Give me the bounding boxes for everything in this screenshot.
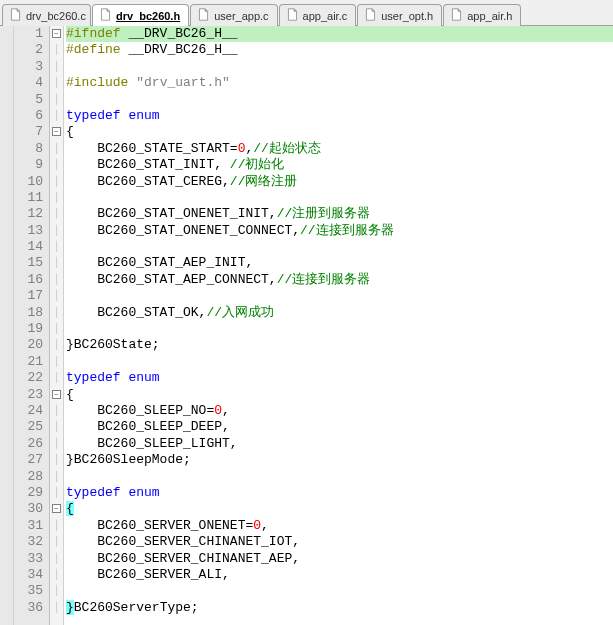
code-line[interactable] — [66, 190, 613, 206]
fold-collapse-icon[interactable]: − — [52, 390, 61, 399]
file-icon — [197, 8, 210, 23]
code-line[interactable] — [66, 583, 613, 599]
code-line[interactable]: typedef enum — [66, 370, 613, 386]
code-line[interactable]: }BC260SleepMode; — [66, 452, 613, 468]
line-number: 36 — [14, 600, 43, 616]
tab-label: drv_bc260.h — [116, 10, 180, 22]
fold-marker: │ — [50, 600, 63, 616]
tab-user_app-c[interactable]: user_app.c — [190, 4, 277, 26]
code-line[interactable]: BC260_STAT_ONENET_CONNECT,//连接到服务器 — [66, 223, 613, 239]
code-line[interactable]: { — [66, 387, 613, 403]
fold-marker: │ — [50, 354, 63, 370]
fold-marker: │ — [50, 403, 63, 419]
tab-user_opt-h[interactable]: user_opt.h — [357, 4, 442, 26]
line-number: 26 — [14, 436, 43, 452]
line-number: 6 — [14, 108, 43, 124]
fold-marker: │ — [50, 551, 63, 567]
code-line[interactable]: BC260_STAT_OK,//入网成功 — [66, 305, 613, 321]
code-area[interactable]: #ifndef __DRV_BC26_H__#define __DRV_BC26… — [64, 26, 613, 625]
line-number-gutter: 1234567891011121314151617181920212223242… — [14, 26, 50, 625]
code-line[interactable]: BC260_SLEEP_NO=0, — [66, 403, 613, 419]
tab-drv_bc260-h[interactable]: drv_bc260.h — [92, 4, 189, 26]
code-line[interactable]: BC260_STAT_ONENET_INIT,//注册到服务器 — [66, 206, 613, 222]
tab-label: app_air.h — [467, 10, 512, 22]
code-line[interactable] — [66, 354, 613, 370]
fold-marker: │ — [50, 567, 63, 583]
code-line[interactable]: BC260_STAT_CEREG,//网络注册 — [66, 174, 613, 190]
fold-marker[interactable]: − — [50, 387, 63, 403]
code-line[interactable]: { — [66, 501, 613, 517]
line-number: 33 — [14, 551, 43, 567]
code-line[interactable] — [66, 288, 613, 304]
fold-marker: │ — [50, 75, 63, 91]
file-icon — [450, 8, 463, 23]
line-number: 29 — [14, 485, 43, 501]
code-line[interactable]: { — [66, 124, 613, 140]
line-number: 31 — [14, 518, 43, 534]
code-line[interactable]: typedef enum — [66, 108, 613, 124]
fold-marker: │ — [50, 239, 63, 255]
line-number: 32 — [14, 534, 43, 550]
tab-label: drv_bc260.c — [26, 10, 86, 22]
fold-column: −│││││−│││││││││││││││−││││││−││││││ — [50, 26, 64, 625]
code-line[interactable]: BC260_SERVER_CHINANET_IOT, — [66, 534, 613, 550]
line-number: 34 — [14, 567, 43, 583]
fold-marker: │ — [50, 436, 63, 452]
code-line[interactable]: }BC260ServerType; — [66, 600, 613, 616]
code-line[interactable]: BC260_SLEEP_LIGHT, — [66, 436, 613, 452]
code-line[interactable]: }BC260State; — [66, 337, 613, 353]
tab-bar: drv_bc260.cdrv_bc260.huser_app.capp_air.… — [0, 0, 613, 26]
fold-marker: │ — [50, 305, 63, 321]
line-number: 27 — [14, 452, 43, 468]
line-number: 30 — [14, 501, 43, 517]
code-line[interactable]: BC260_STAT_AEP_CONNECT,//连接到服务器 — [66, 272, 613, 288]
fold-collapse-icon[interactable]: − — [52, 127, 61, 136]
code-line[interactable]: BC260_SERVER_ALI, — [66, 567, 613, 583]
code-line[interactable]: BC260_SLEEP_DEEP, — [66, 419, 613, 435]
tab-app_air-h[interactable]: app_air.h — [443, 4, 521, 26]
tab-drv_bc260-c[interactable]: drv_bc260.c — [2, 4, 91, 26]
tab-app_air-c[interactable]: app_air.c — [279, 4, 357, 26]
line-number: 5 — [14, 92, 43, 108]
fold-marker[interactable]: − — [50, 26, 63, 42]
code-line[interactable]: typedef enum — [66, 485, 613, 501]
file-icon — [286, 8, 299, 23]
code-line[interactable] — [66, 321, 613, 337]
fold-marker: │ — [50, 206, 63, 222]
code-line[interactable]: BC260_STAT_AEP_INIT, — [66, 255, 613, 271]
fold-marker: │ — [50, 255, 63, 271]
tab-label: app_air.c — [303, 10, 348, 22]
fold-marker: │ — [50, 108, 63, 124]
fold-marker: │ — [50, 157, 63, 173]
line-number: 18 — [14, 305, 43, 321]
line-number: 23 — [14, 387, 43, 403]
line-number: 9 — [14, 157, 43, 173]
line-number: 19 — [14, 321, 43, 337]
code-line[interactable]: BC260_STATE_START=0,//起始状态 — [66, 141, 613, 157]
fold-collapse-icon[interactable]: − — [52, 29, 61, 38]
code-line[interactable]: BC260_STAT_INIT, //初始化 — [66, 157, 613, 173]
code-line[interactable]: #include "drv_uart.h" — [66, 75, 613, 91]
fold-marker: │ — [50, 518, 63, 534]
tab-label: user_opt.h — [381, 10, 433, 22]
code-line[interactable] — [66, 59, 613, 75]
fold-marker[interactable]: − — [50, 501, 63, 517]
line-number: 3 — [14, 59, 43, 75]
line-number: 35 — [14, 583, 43, 599]
code-line[interactable] — [66, 239, 613, 255]
line-number: 13 — [14, 223, 43, 239]
code-line[interactable]: BC260_SERVER_ONENET=0, — [66, 518, 613, 534]
code-line[interactable]: BC260_SERVER_CHINANET_AEP, — [66, 551, 613, 567]
line-number: 10 — [14, 174, 43, 190]
fold-marker: │ — [50, 469, 63, 485]
line-number: 16 — [14, 272, 43, 288]
fold-marker[interactable]: − — [50, 124, 63, 140]
line-number: 25 — [14, 419, 43, 435]
fold-collapse-icon[interactable]: − — [52, 504, 61, 513]
code-line[interactable]: #ifndef __DRV_BC26_H__ — [66, 26, 613, 42]
fold-marker: │ — [50, 321, 63, 337]
code-line[interactable] — [66, 469, 613, 485]
code-line[interactable]: #define __DRV_BC26_H__ — [66, 42, 613, 58]
fold-marker: │ — [50, 190, 63, 206]
code-line[interactable] — [66, 92, 613, 108]
